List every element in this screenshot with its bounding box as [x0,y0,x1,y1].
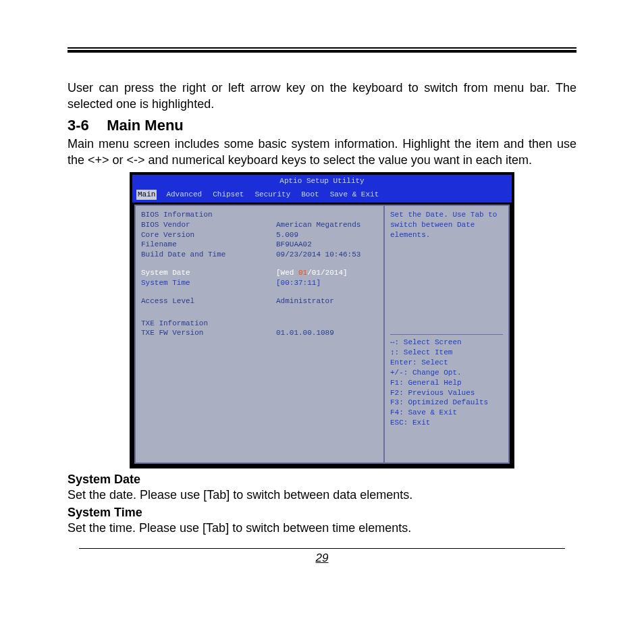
section-description: Main menu screen includes some basic sys… [68,136,576,169]
help-keys-list: ↔: Select Screen ↕: Select Item Enter: S… [390,338,503,428]
txe-info-heading: TXE Information [141,319,276,329]
tab-save-exit[interactable]: Save & Exit [329,190,381,200]
help-divider [390,334,503,335]
system-time-value[interactable]: [00:37:11] [276,278,378,288]
tab-advanced[interactable]: Advanced [165,190,203,200]
bios-vendor-value: American Megatrends [276,220,378,230]
tab-boot[interactable]: Boot [300,190,320,200]
core-version-value: 5.009 [276,230,378,240]
system-date-text: Set the date. Please use [Tab] to switch… [68,487,576,503]
section-heading: 3-6 Main Menu [68,117,576,134]
bios-screenshot: Aptio Setup Utility Main Advanced Chipse… [130,172,514,468]
tab-main[interactable]: Main [136,190,157,200]
bios-info-heading: BIOS Information [141,210,276,220]
system-time-text: Set the time. Please use [Tab] to switch… [68,520,576,536]
document-page: User can press the right or left arrow k… [0,0,644,644]
system-date-heading: System Date [68,473,576,487]
help-key-change-opt: +/-: Change Opt. [390,368,503,378]
build-date-label: Build Date and Time [141,250,276,260]
system-date-label[interactable]: System Date [141,268,276,278]
system-date-suffix: /01/2014] [307,269,347,277]
help-key-select-item: ↕: Select Item [390,348,503,358]
bios-left-panel: BIOS Information BIOS Vendor American Me… [136,206,383,462]
bios-title: Aptio Setup Utility [132,175,512,188]
help-key-esc: ESC: Exit [390,418,503,428]
tab-chipset[interactable]: Chipset [211,190,245,200]
system-date-value[interactable]: [Wed 01/01/2014] [276,268,378,278]
system-time-heading: System Time [68,506,576,520]
help-line-2: switch between Date elements. [390,220,503,240]
build-date-value: 09/23/2014 10:46:53 [276,250,378,260]
bios-body: BIOS Information BIOS Vendor American Me… [134,205,510,464]
help-key-f2: F2: Previous Values [390,388,503,398]
bios-vendor-label: BIOS Vendor [141,220,276,230]
help-key-f4: F4: Save & Exit [390,408,503,418]
footer-rule [79,548,565,549]
page-top-rule [68,47,576,53]
system-time-label[interactable]: System Time [141,278,276,288]
section-number: 3-6 [68,117,103,134]
help-key-f3: F3: Optimized Defaults [390,398,503,408]
access-level-label: Access Level [141,296,276,306]
access-level-value: Administrator [276,296,378,306]
filename-label: Filename [141,240,276,250]
bios-menubar[interactable]: Main Advanced Chipset Security Boot Save… [132,188,512,203]
bios-screen: Aptio Setup Utility Main Advanced Chipse… [130,172,514,468]
page-number: 29 [68,552,576,565]
txe-fw-label: TXE FW Version [141,328,276,338]
tab-security[interactable]: Security [253,190,292,200]
section-title: Main Menu [107,117,184,134]
intro-paragraph: User can press the right or left arrow k… [68,80,576,113]
help-key-select-screen: ↔: Select Screen [390,338,503,348]
system-date-highlight[interactable]: 01 [298,269,307,277]
help-key-f1: F1: General Help [390,378,503,388]
core-version-label: Core Version [141,230,276,240]
bios-right-panel: Set the Date. Use Tab to switch between … [383,206,508,462]
txe-fw-value: 01.01.00.1089 [276,328,378,338]
help-key-enter: Enter: Select [390,358,503,368]
system-date-prefix: [Wed [276,269,298,277]
help-description: Set the Date. Use Tab to switch between … [390,210,503,240]
filename-value: BF9UAA02 [276,240,378,250]
help-line-1: Set the Date. Use Tab to [390,210,503,220]
